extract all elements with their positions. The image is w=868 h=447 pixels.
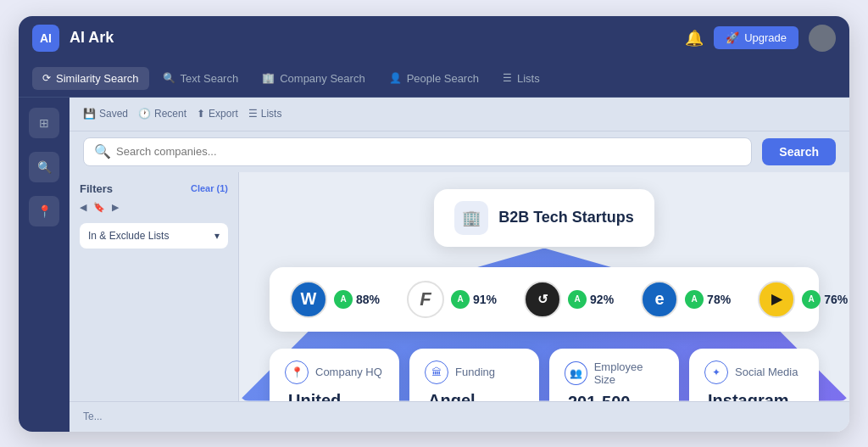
nav-back-icon[interactable]: ◀ xyxy=(80,202,86,213)
rocket-icon: 🚀 xyxy=(726,31,739,44)
app-title: AI Ark xyxy=(70,29,675,47)
filter-card-social-media[interactable]: ✦ Social Media Instagram xyxy=(689,349,819,401)
score-w: A 88% xyxy=(334,290,380,309)
search-input-icon: 🔍 xyxy=(94,143,111,159)
toolbar: 💾 Saved 🕐 Recent ⬆ Export ☰ Lists xyxy=(70,98,849,131)
search-input-wrap: 🔍 xyxy=(83,137,752,166)
filter-card-funding-header: 🏛 Funding xyxy=(425,360,524,384)
query-card-icon: 🏢 xyxy=(454,201,488,235)
left-filters: Filters Clear (1) ◀ 🔖 ▶ In & Exclude Lis… xyxy=(70,172,239,401)
filter-card-social-header: ✦ Social Media xyxy=(704,360,804,384)
filter-card-funding[interactable]: 🏛 Funding Angel xyxy=(409,349,539,401)
upgrade-button[interactable]: 🚀 Upgrade xyxy=(714,26,798,49)
score-circle-e: A xyxy=(685,290,704,309)
bottom-panel: Te... xyxy=(70,401,849,432)
search-bar-area: 🔍 Search xyxy=(70,131,849,172)
query-title: B2B Tech Startups xyxy=(498,209,634,226)
sidebar: ⊞ 🔍 📍 xyxy=(19,98,70,432)
export-icon: ⬆ xyxy=(197,108,205,120)
recent-icon: 🕐 xyxy=(138,108,151,120)
filter-card-social-value: Instagram xyxy=(704,391,804,401)
score-circle-t: A xyxy=(802,290,821,309)
app-window: AI AI Ark 🔔 🚀 Upgrade ⟳ Similarity Searc… xyxy=(19,16,849,432)
filter-include-exclude[interactable]: In & Exclude Lists ▾ xyxy=(80,223,228,249)
clear-filters-button[interactable]: Clear (1) xyxy=(191,183,228,193)
filter-cards-row: 📍 Company HQ United States 🏛 Funding xyxy=(270,349,819,401)
export-button[interactable]: ⬆ Export xyxy=(197,108,238,120)
filter-card-hq[interactable]: 📍 Company HQ United States xyxy=(270,349,399,401)
nav-bookmark-icon[interactable]: 🔖 xyxy=(93,202,105,213)
filter-card-funding-value: Angel xyxy=(425,391,524,401)
score-circle-w: A xyxy=(334,290,353,309)
people-search-icon: 👤 xyxy=(389,72,402,84)
company-logo-t: ▶ xyxy=(758,281,795,318)
header: AI AI Ark 🔔 🚀 Upgrade xyxy=(19,16,849,60)
company-logo-e: e xyxy=(641,281,678,318)
score-g: A 92% xyxy=(568,290,614,309)
search-input[interactable] xyxy=(116,145,741,158)
filters-header: Filters Clear (1) xyxy=(80,182,228,195)
funding-icon: 🏛 xyxy=(425,360,448,384)
sidebar-icon-3[interactable]: 📍 xyxy=(29,196,59,226)
chevron-down-icon: ▾ xyxy=(214,230,220,242)
company-logo-f: F xyxy=(407,281,444,318)
save-icon: 💾 xyxy=(83,108,96,120)
main-visual: 🏢 B2B Tech Startups W A 88% xyxy=(239,172,849,401)
header-right: 🔔 🚀 Upgrade xyxy=(685,25,836,52)
score-circle-g: A xyxy=(568,290,587,309)
nav-forward-icon[interactable]: ▶ xyxy=(112,202,119,213)
company-item-t[interactable]: ▶ A 76% xyxy=(758,281,848,318)
company-item-g[interactable]: ↺ A 92% xyxy=(524,281,614,318)
company-logo-w: W xyxy=(290,281,327,318)
content-panel: 💾 Saved 🕐 Recent ⬆ Export ☰ Lists xyxy=(70,98,849,432)
filter-card-hq-value: United States xyxy=(285,391,384,401)
company-logo-g: ↺ xyxy=(524,281,561,318)
nav-tabs: ⟳ Similarity Search 🔍 Text Search 🏢 Comp… xyxy=(19,60,849,98)
tab-lists[interactable]: ☰ Lists xyxy=(492,67,550,90)
hq-icon: 📍 xyxy=(285,360,309,384)
tab-people-search[interactable]: 👤 People Search xyxy=(379,67,489,90)
filter-card-employee-size[interactable]: 👥 Employee Size 201-500 xyxy=(549,349,679,401)
similarity-icon: ⟳ xyxy=(42,72,51,84)
tab-text-search[interactable]: 🔍 Text Search xyxy=(153,67,249,90)
recent-button[interactable]: 🕐 Recent xyxy=(138,108,186,120)
company-item-e[interactable]: e A 78% xyxy=(641,281,731,318)
bell-icon[interactable]: 🔔 xyxy=(685,29,704,47)
filter-card-hq-header: 📍 Company HQ xyxy=(285,360,384,384)
tab-company-search[interactable]: 🏢 Company Search xyxy=(252,67,375,90)
sidebar-icon-1[interactable]: ⊞ xyxy=(29,108,59,138)
filter-card-employee-header: 👥 Employee Size xyxy=(565,360,664,386)
main-area: ⊞ 🔍 📍 💾 Saved 🕐 Recent ⬆ Export xyxy=(19,98,849,432)
score-circle-f: A xyxy=(451,290,470,309)
text-search-icon: 🔍 xyxy=(163,72,175,84)
query-card[interactable]: 🏢 B2B Tech Startups xyxy=(434,189,654,247)
sidebar-icon-2[interactable]: 🔍 xyxy=(29,152,59,182)
companies-card: W A 88% F A xyxy=(270,267,819,332)
app-logo: AI xyxy=(32,25,59,52)
search-button[interactable]: Search xyxy=(762,138,836,165)
company-search-icon: 🏢 xyxy=(262,72,275,84)
company-item-w[interactable]: W A 88% xyxy=(290,281,380,318)
score-t: A 76% xyxy=(802,290,848,309)
avatar[interactable] xyxy=(809,25,836,52)
lists-icon: ☰ xyxy=(503,72,512,84)
filter-card-employee-value: 201-500 xyxy=(565,393,664,401)
tab-similarity-search[interactable]: ⟳ Similarity Search xyxy=(32,67,149,90)
score-e: A 78% xyxy=(685,290,731,309)
score-f: A 91% xyxy=(451,290,497,309)
social-icon: ✦ xyxy=(704,360,728,384)
lists-button[interactable]: ☰ Lists xyxy=(248,108,282,120)
saved-button[interactable]: 💾 Saved xyxy=(83,108,128,120)
employee-icon: 👥 xyxy=(565,361,587,385)
company-item-f[interactable]: F A 91% xyxy=(407,281,497,318)
lists-toolbar-icon: ☰ xyxy=(248,108,258,120)
overlay-container: 🏢 B2B Tech Startups W A 88% xyxy=(239,172,849,401)
